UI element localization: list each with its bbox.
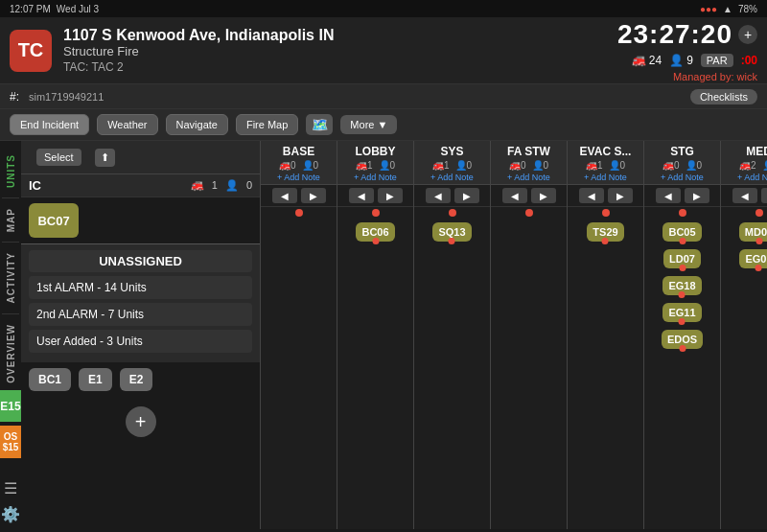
col-stg-header: STG 🚒0 👤0 + Add Note bbox=[644, 141, 720, 185]
unit-dot-bc06 bbox=[372, 238, 379, 244]
add-note-stg[interactable]: + Add Note bbox=[648, 173, 716, 182]
col-unit-eg11-wrap: EG11 bbox=[644, 299, 720, 326]
upload-button[interactable]: ⬆ bbox=[95, 149, 115, 167]
navigate-button[interactable]: Navigate bbox=[166, 114, 228, 135]
alarm-row-3[interactable]: User Added - 3 Units bbox=[29, 330, 252, 353]
par-label: PAR bbox=[707, 55, 728, 66]
col-stg-title: STG bbox=[648, 145, 716, 158]
col-stg-stats: 🚒0 👤0 bbox=[648, 160, 716, 171]
add-plus-button[interactable]: + bbox=[126, 406, 156, 437]
col-med-arrows: ◀ ▶ bbox=[721, 185, 767, 207]
col-sys-stats: 🚒1 👤0 bbox=[418, 160, 486, 171]
bc07-unit[interactable]: BC07 bbox=[29, 203, 79, 238]
user-units-row: BC1 E1 E2 bbox=[21, 362, 260, 397]
unit-e1[interactable]: E1 bbox=[79, 368, 112, 391]
unit-edos[interactable]: EDOS bbox=[662, 330, 703, 349]
arrow-left-med[interactable]: ◀ bbox=[732, 188, 757, 203]
incident-tac: TAC: TAC 2 bbox=[63, 60, 617, 74]
add-note-sys[interactable]: + Add Note bbox=[418, 173, 486, 182]
person-icon: 👤0 bbox=[455, 160, 473, 171]
col-unit-bc05-wrap: BC05 bbox=[644, 219, 720, 245]
add-note-base[interactable]: + Add Note bbox=[265, 173, 333, 182]
incident-address: 1107 S Kenwood Ave, Indianapolis IN bbox=[63, 27, 617, 44]
col-unit-md03-wrap: MD03 bbox=[721, 219, 767, 245]
sidebar-item-activity[interactable]: ACTIVITY bbox=[4, 244, 18, 312]
ic-stats: 🚒 1 👤 0 bbox=[191, 179, 252, 192]
select-button[interactable]: Select bbox=[36, 149, 81, 166]
status-dot-fastw bbox=[525, 209, 533, 217]
arrow-left-stg[interactable]: ◀ bbox=[656, 188, 681, 203]
sidebar-item-units[interactable]: UNITS bbox=[4, 147, 18, 196]
unit-dot-md03 bbox=[755, 238, 762, 244]
header: TC 1107 S Kenwood Ave, Indianapolis IN S… bbox=[0, 17, 767, 84]
unit-md03[interactable]: MD03 bbox=[739, 222, 767, 242]
unit-bc05[interactable]: BC05 bbox=[662, 222, 701, 242]
incident-type: Structure Fire bbox=[63, 44, 617, 58]
end-incident-button[interactable]: End Incident bbox=[10, 114, 89, 135]
unit-bc1[interactable]: BC1 bbox=[29, 368, 71, 391]
col-fastw-header: FA STW 🚒0 👤0 + Add Note bbox=[491, 141, 567, 185]
arrow-right-fastw[interactable]: ▶ bbox=[531, 188, 556, 203]
ic-truck-icon: 🚒 bbox=[191, 179, 204, 192]
more-button[interactable]: More ▼ bbox=[340, 115, 397, 134]
unit-sq13[interactable]: SQ13 bbox=[432, 222, 471, 242]
unit-ld07[interactable]: LD07 bbox=[663, 249, 701, 268]
col-unit-eg07-wrap: EG07 bbox=[721, 245, 767, 272]
col-unit-ts29-wrap: TS29 bbox=[568, 219, 643, 245]
col-base-stats: 🚒0 👤0 bbox=[265, 160, 333, 171]
arrow-left-fastw[interactable]: ◀ bbox=[502, 188, 527, 203]
add-note-evac[interactable]: + Add Note bbox=[571, 173, 639, 182]
arrow-left-evac[interactable]: ◀ bbox=[579, 188, 604, 203]
truck-icon: 🚒0 bbox=[662, 160, 680, 171]
timer-plus-button[interactable]: + bbox=[738, 25, 757, 44]
arrow-right-evac[interactable]: ▶ bbox=[608, 188, 633, 203]
sidebar-item-overview[interactable]: OVERVIEW bbox=[4, 316, 18, 391]
top-bar-status: ●●● ▲ 78% bbox=[700, 4, 757, 14]
arrow-left-lobby[interactable]: ◀ bbox=[349, 188, 374, 203]
arrow-right-lobby[interactable]: ▶ bbox=[378, 188, 403, 203]
unit-eg11[interactable]: EG11 bbox=[662, 303, 701, 322]
weather-button[interactable]: Weather bbox=[97, 114, 157, 135]
arrow-right-med[interactable]: ▶ bbox=[761, 188, 768, 203]
hamburger-icon[interactable]: ☰ bbox=[4, 479, 17, 497]
col-unit-ld07-wrap: LD07 bbox=[644, 245, 720, 272]
arrow-right-sys[interactable]: ▶ bbox=[454, 188, 479, 203]
add-note-med[interactable]: + Add Note bbox=[725, 173, 767, 182]
status-dot-lobby bbox=[372, 209, 380, 217]
add-note-fastw[interactable]: + Add Note bbox=[495, 173, 563, 182]
col-fastw-arrows: ◀ ▶ bbox=[491, 185, 567, 207]
tac-label: TAC: bbox=[63, 60, 88, 74]
unit-e2[interactable]: E2 bbox=[120, 368, 153, 391]
unassigned-section: UNASSIGNED 1st ALARM - 14 Units 2nd ALAR… bbox=[21, 243, 260, 362]
arrow-right-stg[interactable]: ▶ bbox=[685, 188, 709, 203]
tc-badge: TC bbox=[10, 30, 52, 72]
fire-map-button[interactable]: Fire Map bbox=[236, 114, 298, 135]
map-icon-button[interactable]: 🗺️ bbox=[306, 114, 333, 135]
incident-info: 1107 S Kenwood Ave, Indianapolis IN Stru… bbox=[63, 27, 617, 74]
checklists-button[interactable]: Checklists bbox=[690, 89, 757, 104]
tab-divider-1 bbox=[2, 197, 19, 198]
time: 12:07 PM bbox=[10, 4, 51, 14]
top-bar: 12:07 PM Wed Jul 3 ●●● ▲ 78% bbox=[0, 0, 767, 17]
status-dot-med bbox=[755, 209, 763, 217]
truck-icon: 🚒1 bbox=[586, 160, 603, 171]
gear-icon[interactable]: ⚙️ bbox=[1, 505, 20, 523]
add-note-lobby[interactable]: + Add Note bbox=[341, 173, 409, 182]
header-right: 23:27:20 + 🚒 24 👤 9 PAR :00 Managed by: … bbox=[617, 19, 757, 82]
ic-header: Select ⬆ bbox=[21, 141, 260, 174]
unit-ts29[interactable]: TS29 bbox=[587, 222, 623, 242]
col-base-arrows: ◀ ▶ bbox=[261, 185, 337, 207]
ic-person-count: 0 bbox=[246, 179, 252, 192]
col-unit-edos-wrap: EDOS bbox=[644, 326, 720, 353]
hash-label: #: bbox=[10, 90, 19, 104]
sidebar-item-map[interactable]: MAP bbox=[4, 200, 18, 240]
unit-eg18[interactable]: EG18 bbox=[662, 276, 701, 295]
arrow-left-base[interactable]: ◀ bbox=[272, 188, 297, 203]
unit-eg07[interactable]: EG07 bbox=[739, 249, 767, 268]
alarm-row-1[interactable]: 1st ALARM - 14 Units bbox=[29, 276, 252, 299]
col-evac-title: EVAC S... bbox=[571, 145, 639, 158]
arrow-right-base[interactable]: ▶ bbox=[301, 188, 326, 203]
unit-bc06[interactable]: BC06 bbox=[356, 222, 394, 242]
alarm-row-2[interactable]: 2nd ALARM - 7 Units bbox=[29, 303, 252, 326]
arrow-left-sys[interactable]: ◀ bbox=[426, 188, 451, 203]
